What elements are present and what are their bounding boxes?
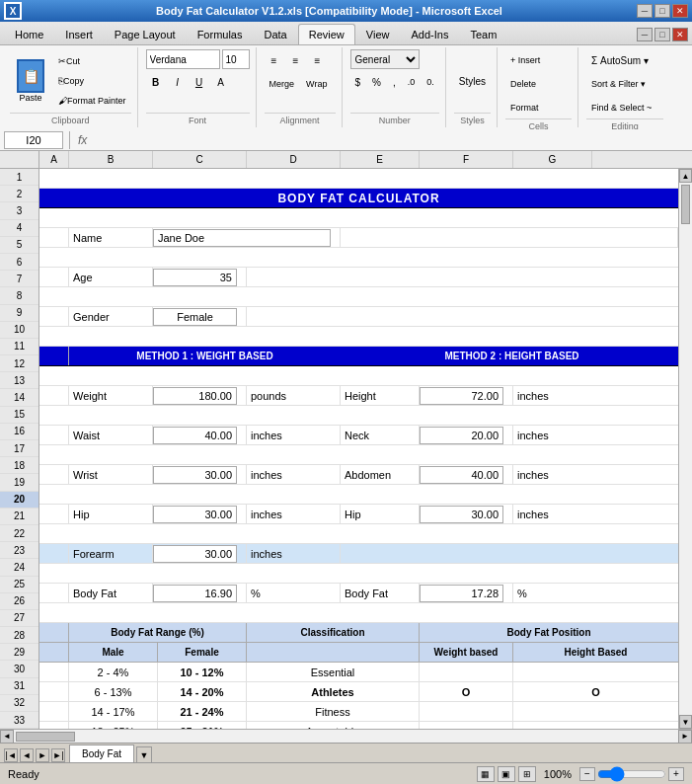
row-22[interactable]: 22	[0, 525, 38, 542]
h-scroll-track[interactable]	[14, 730, 678, 744]
scroll-left-button[interactable]: ◄	[0, 730, 14, 744]
zoom-in-button[interactable]: +	[668, 767, 684, 781]
scroll-down-button[interactable]: ▼	[679, 715, 692, 729]
row-19[interactable]: 19	[0, 474, 38, 491]
paste-button[interactable]: 📋 Paste	[10, 54, 51, 109]
gender-input[interactable]	[153, 308, 237, 326]
scroll-right-button[interactable]: ►	[678, 730, 692, 744]
row-14[interactable]: 14	[0, 389, 38, 406]
row-28[interactable]: 28	[0, 627, 38, 644]
currency-button[interactable]: $	[350, 71, 366, 93]
horizontal-scrollbar[interactable]: ◄ ►	[0, 729, 692, 743]
sheet-options-button[interactable]: ▼	[136, 746, 152, 762]
row-31[interactable]: 31	[0, 678, 38, 695]
align-center-button[interactable]: ≡	[286, 49, 306, 71]
underline-button[interactable]: U	[190, 71, 209, 93]
italic-button[interactable]: I	[168, 71, 188, 93]
title-controls[interactable]: ─ □ ✕	[637, 4, 688, 18]
body-fat-sheet-tab[interactable]: Body Fat	[69, 745, 134, 762]
cell-reference-input[interactable]	[4, 131, 63, 149]
row-25[interactable]: 25	[0, 577, 38, 593]
insert-button[interactable]: + Insert	[505, 49, 572, 71]
row-6[interactable]: 6	[0, 254, 38, 271]
align-left-button[interactable]: ≡	[265, 49, 284, 71]
cut-button[interactable]: ✂ Cut	[53, 52, 131, 70]
row-33[interactable]: 33	[0, 712, 38, 729]
tab-team[interactable]: Team	[459, 24, 507, 44]
find-select-button[interactable]: Find & Select ~	[586, 97, 663, 118]
scroll-up-button[interactable]: ▲	[679, 169, 692, 183]
zoom-slider[interactable]	[597, 766, 666, 782]
row-27[interactable]: 27	[0, 610, 38, 627]
decrease-decimal-button[interactable]: 0.	[422, 71, 439, 93]
abdomen-label[interactable]: Abdomen	[341, 465, 420, 484]
bodyfat2-input[interactable]	[420, 585, 503, 602]
col-header-d[interactable]: D	[247, 151, 341, 168]
h-scroll-thumb[interactable]	[16, 732, 75, 742]
sum-button[interactable]: Σ AutoSum ▾	[586, 49, 663, 71]
cell-rest-8[interactable]	[247, 307, 678, 326]
cell-a10[interactable]	[39, 347, 69, 365]
age-input[interactable]	[153, 269, 237, 286]
row-21[interactable]: 21	[0, 509, 38, 525]
row-5[interactable]: 5	[0, 237, 38, 254]
formula-input[interactable]	[93, 131, 692, 149]
col-header-b[interactable]: B	[69, 151, 153, 168]
tab-review[interactable]: Review	[298, 24, 355, 44]
cell-b6[interactable]: Age	[69, 268, 153, 286]
tab-view[interactable]: View	[355, 24, 401, 44]
col-header-c[interactable]: C	[153, 151, 247, 168]
ribbon-close-btn[interactable]: ✕	[672, 28, 688, 41]
row-7[interactable]: 7	[0, 271, 38, 287]
height-label[interactable]: Height	[341, 386, 420, 405]
tab-formulas[interactable]: Formulas	[187, 24, 254, 44]
cell-a8[interactable]	[39, 307, 69, 326]
cell-rest-6[interactable]	[247, 268, 678, 286]
row-3[interactable]: 3	[0, 202, 38, 219]
font-size-input[interactable]	[222, 49, 250, 69]
col-header-e[interactable]: E	[341, 151, 420, 168]
row-17[interactable]: 17	[0, 440, 38, 457]
row-29[interactable]: 29	[0, 644, 38, 661]
ribbon-restore-btn[interactable]: □	[654, 28, 670, 41]
row-16[interactable]: 16	[0, 424, 38, 440]
first-sheet-button[interactable]: |◄	[4, 748, 18, 762]
cell-b8[interactable]: Gender	[69, 307, 153, 326]
row-9[interactable]: 9	[0, 305, 38, 322]
row-10[interactable]: 10	[0, 322, 38, 339]
delete-button[interactable]: Delete	[505, 73, 572, 95]
row-20[interactable]: 20	[0, 492, 38, 509]
font-name-input[interactable]	[146, 49, 220, 69]
col-header-f[interactable]: F	[420, 151, 513, 168]
page-break-view-button[interactable]: ⊞	[518, 766, 536, 782]
neck-input[interactable]	[420, 427, 503, 444]
font-color-button[interactable]: A	[211, 71, 231, 93]
format-painter-button[interactable]: 🖌 Format Painter	[53, 92, 131, 110]
name-input[interactable]	[153, 229, 331, 247]
format-button[interactable]: Format	[505, 97, 572, 118]
row-11[interactable]: 11	[0, 339, 38, 355]
hip2-label[interactable]: Hip	[341, 505, 420, 523]
percent-button[interactable]: %	[367, 71, 386, 93]
increase-decimal-button[interactable]: .0	[403, 71, 421, 93]
ribbon-minimize-btn[interactable]: ─	[637, 28, 653, 41]
bodyfat1-label[interactable]: Body Fat	[69, 584, 153, 602]
number-format-select[interactable]: General	[350, 49, 420, 69]
cell-a6[interactable]	[39, 268, 69, 286]
minimize-button[interactable]: ─	[637, 4, 653, 18]
weight-input[interactable]	[153, 387, 237, 405]
vertical-scrollbar[interactable]: ▲ ▼	[678, 169, 692, 729]
tab-data[interactable]: Data	[253, 24, 297, 44]
row-18[interactable]: 18	[0, 457, 38, 474]
row-30[interactable]: 30	[0, 661, 38, 677]
abdomen-input[interactable]	[420, 466, 503, 484]
forearm-input[interactable]	[153, 545, 237, 563]
cell-c4[interactable]	[153, 228, 341, 247]
waist-label[interactable]: Waist	[69, 426, 153, 444]
row-23[interactable]: 23	[0, 542, 38, 559]
tab-insert[interactable]: Insert	[54, 24, 104, 44]
cell-c6[interactable]	[153, 268, 247, 286]
row-24[interactable]: 24	[0, 559, 38, 576]
row-8[interactable]: 8	[0, 287, 38, 304]
cell-b4[interactable]: Name	[69, 228, 153, 247]
